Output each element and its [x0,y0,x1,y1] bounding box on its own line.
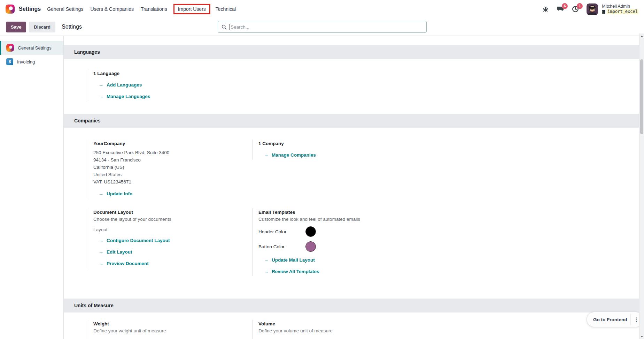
go-to-frontend-pill: Go to Frontend ⋮ [587,312,643,327]
header-color-label: Header Color [258,229,305,234]
companies-row: YourCompany 250 Executive Park Blvd, Sui… [64,140,639,198]
document-layout-title: Document Layout [93,210,246,215]
add-languages-link[interactable]: Add Languages [99,82,632,88]
sidebar-item-label: Invoicing [17,59,35,65]
database-row: import_excel [602,9,638,14]
invoicing-icon: $ [6,58,13,65]
settings-sidebar: General Settings $ Invoicing [0,36,64,339]
company-address: 250 Executive Park Blvd, Suite 3400 9413… [93,149,246,186]
sidebar-item-general-settings[interactable]: General Settings [0,41,63,55]
control-panel: Save Discard Settings [0,18,644,36]
go-to-frontend-button[interactable]: Go to Frontend [593,317,627,322]
button-color-row: Button Color [258,241,632,252]
nav-technical[interactable]: Technical [212,4,239,14]
debug-bug-icon[interactable] [542,5,549,13]
preview-document-link[interactable]: Preview Document [99,260,246,267]
topbar-right-group: 6 1 Mitchell Admin [542,3,638,15]
section-header-companies: Companies [64,114,639,128]
address-line: California (US) [93,164,246,171]
messages-badge: 6 [562,3,568,9]
button-color-swatch[interactable] [305,241,316,252]
update-info-link[interactable]: Update Info [99,190,246,197]
languages-box: 1 Language Add Languages Manage Language… [89,69,639,101]
manage-companies-link[interactable]: Manage Companies [264,152,632,158]
breadcrumb: Settings [62,24,82,30]
weight-box: Weight Define your weight unit of measur… [89,320,253,339]
nav-users-companies[interactable]: Users & Companies [87,4,137,14]
sidebar-item-invoicing[interactable]: $ Invoicing [0,55,63,69]
scroll-up-icon[interactable]: ▲ [639,33,644,38]
layout-email-row: Document Layout Choose the layout of you… [64,208,639,276]
nav-translations[interactable]: Translations [137,4,171,14]
layout-label: Layout [93,227,246,232]
company-count: 1 Company [258,141,632,146]
header-color-swatch[interactable] [305,226,316,237]
settings-content: Languages 1 Language Add Languages Manag… [64,36,639,339]
edit-layout-link[interactable]: Edit Layout [99,249,246,255]
avatar[interactable] [587,3,598,15]
volume-subtitle: Define your volume unit of measure [258,328,632,333]
email-templates-title: Email Templates [258,210,632,215]
scroll-down-icon[interactable]: ▼ [639,334,644,339]
scrollbar-thumb[interactable] [640,59,643,134]
header-color-row: Header Color [258,226,632,237]
configure-document-layout-link[interactable]: Configure Document Layout [99,237,246,244]
text-caret [230,24,230,30]
company-vat: VAT: US12345671 [93,178,246,186]
top-navbar: Settings General Settings Users & Compan… [0,0,644,18]
section-header-languages: Languages [64,45,639,59]
manage-languages-link[interactable]: Manage Languages [99,93,632,100]
email-templates-subtitle: Customize the look and feel of automated… [258,217,632,222]
update-mail-layout-link[interactable]: Update Mail Layout [264,257,632,263]
units-of-measure-row: Weight Define your weight unit of measur… [64,320,639,339]
search-input[interactable] [231,24,423,30]
bug-icon [543,6,549,12]
vertical-scrollbar[interactable]: ▲ ▼ [639,33,644,339]
company-count-box: 1 Company Manage Companies [253,140,639,160]
database-name: import_excel [607,9,638,14]
discard-button[interactable]: Discard [29,22,55,32]
document-layout-subtitle: Choose the layout of your documents [93,217,246,222]
volume-box: Volume Define your volume unit of measur… [253,320,639,339]
language-count: 1 Language [93,71,632,76]
search-icon [222,24,227,30]
sidebar-item-label: General Settings [18,45,52,51]
database-icon [602,10,606,14]
document-layout-box: Document Layout Choose the layout of you… [89,208,253,268]
general-settings-icon [6,44,14,52]
company-info-box: YourCompany 250 Executive Park Blvd, Sui… [89,140,253,198]
messages-button[interactable]: 6 [557,5,564,13]
activities-button[interactable]: 1 [572,5,579,13]
nav-import-users[interactable]: Import Users [173,4,210,14]
activities-badge: 1 [577,3,583,9]
address-line: 250 Executive Park Blvd, Suite 3400 [93,149,246,156]
volume-title: Volume [258,321,632,326]
section-header-units-of-measure: Units of Measure [64,299,639,312]
weight-subtitle: Define your weight unit of measure [93,328,246,333]
weight-title: Weight [93,321,246,326]
odoo-logo-icon[interactable] [6,5,15,14]
email-templates-box: Email Templates Customize the look and f… [253,208,639,276]
company-name: YourCompany [93,141,246,146]
address-line: 94134 - San Francisco [93,156,246,164]
user-menu[interactable]: Mitchell Admin import_excel [602,4,638,15]
button-color-label: Button Color [258,244,305,249]
avatar-image [587,3,598,15]
review-all-templates-link[interactable]: Review All Templates [264,268,632,275]
user-name: Mitchell Admin [602,4,638,9]
address-line: United States [93,171,246,178]
nav-general-settings[interactable]: General Settings [44,4,87,14]
search-box[interactable] [218,21,427,33]
app-name[interactable]: Settings [19,6,41,12]
save-button[interactable]: Save [6,22,26,32]
